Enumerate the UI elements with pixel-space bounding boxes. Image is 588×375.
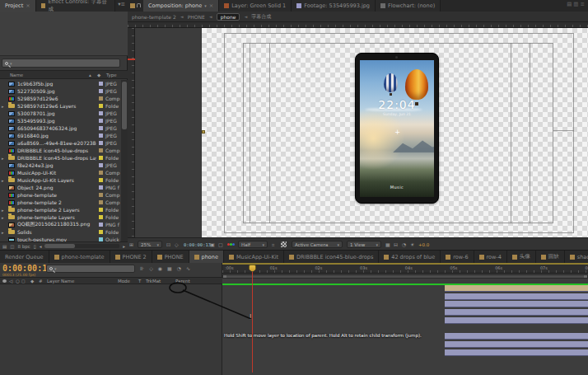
timeline-tab-phone[interactable]: phone: [189, 251, 224, 263]
project-item-row[interactable]: phone-templateComp: [0, 191, 121, 199]
ruler-guide-marker[interactable]: [128, 59, 135, 60]
timeline-tab-musicapp-ui-kit[interactable]: MusicApp-Ui-Kit: [224, 251, 284, 263]
expand-arrow-icon[interactable]: ▸: [2, 230, 6, 235]
project-item-row[interactable]: ▸DRIBBBLE icon45-blue-drops LayersFolde: [0, 154, 121, 162]
exposure-icon[interactable]: ☀: [410, 241, 414, 248]
project-item-row[interactable]: 6650946837406324.jpgJPEG: [0, 124, 121, 132]
lock-column-icon[interactable]: ◻: [21, 279, 26, 284]
breadcrumb-item[interactable]: 字幕合成: [251, 13, 271, 21]
tab-layer-green-solid[interactable]: Layer: Green Solid 1: [219, 0, 292, 12]
project-hscrollbar[interactable]: [44, 244, 119, 248]
transparency-grid-toggle-icon[interactable]: [281, 241, 287, 247]
project-item-row[interactable]: phone-template 2Comp: [0, 199, 121, 206]
label-color-swatch[interactable]: [99, 104, 103, 108]
timeline-tab-phone-2[interactable]: PHONE 2: [110, 251, 152, 263]
label-color-swatch[interactable]: [99, 119, 103, 123]
panel-lock-icon[interactable]: [128, 0, 143, 12]
timeline-tab-phone[interactable]: PHONE: [152, 251, 189, 263]
timeline-timecode[interactable]: 0:00:00:13: [2, 264, 52, 273]
project-item-row[interactable]: 6916840.jpgJPEG: [0, 132, 121, 139]
exposure-value[interactable]: +0.0: [418, 242, 429, 247]
project-item-row[interactable]: Object_24.pngPNG f: [0, 184, 121, 191]
project-item-row[interactable]: a6a8569...-49e4-81ee-e207238deca4.jpgJPE…: [0, 139, 121, 147]
label-color-swatch[interactable]: [99, 134, 103, 138]
column-header-type[interactable]: Type: [106, 73, 117, 77]
project-item-row[interactable]: MusicApp-Ui-KitComp: [0, 169, 121, 176]
tab-project[interactable]: Project×: [0, 0, 36, 12]
timeline-tab-render-queue[interactable]: Render Queue: [0, 251, 49, 263]
layer-duration-bar[interactable]: [445, 293, 588, 300]
label-color-swatch[interactable]: [99, 111, 103, 115]
layer-duration-bar[interactable]: [445, 341, 588, 348]
timeline-tab-dribbble-icon45-blue-drops[interactable]: DRIBBBLE icon45-blue-drops: [284, 251, 379, 263]
new-folder-icon[interactable]: ◫: [10, 244, 14, 249]
show-snapshot-icon[interactable]: ▢: [218, 241, 223, 248]
view-layout-select[interactable]: 1 View▾: [347, 241, 381, 248]
interpret-footage-icon[interactable]: ▤: [2, 244, 7, 249]
motion-blur-icon[interactable]: ◔: [177, 265, 181, 271]
tab-footage[interactable]: Footage: 535495993.jpg: [292, 0, 376, 12]
audio-column-icon[interactable]: ◁: [9, 279, 12, 284]
magnification-select[interactable]: 25%▾: [138, 241, 162, 248]
video-column-icon[interactable]: [2, 279, 7, 283]
expand-arrow-icon[interactable]: ▸: [2, 178, 6, 183]
switches-column-icon[interactable]: ◆: [30, 279, 34, 284]
timeline-search-input[interactable]: ▾: [46, 265, 135, 273]
graph-editor-icon[interactable]: ∿: [186, 265, 190, 271]
timeline-tab-phone-template[interactable]: phone-template: [49, 251, 110, 263]
expand-arrow-icon[interactable]: ▸: [2, 104, 6, 109]
project-item-row[interactable]: 522730509.jpgJPEG: [0, 87, 121, 95]
expand-arrow-icon[interactable]: ▸: [2, 215, 6, 220]
draft-3d-icon[interactable]: ◇: [149, 265, 153, 271]
composition-miniflow-icon[interactable]: ⊪: [140, 265, 144, 271]
solo-column-icon[interactable]: ○: [16, 279, 20, 284]
choose-grid-icon[interactable]: ⊡: [166, 241, 170, 248]
region-of-interest-icon[interactable]: ⊞: [129, 241, 133, 248]
project-item-row[interactable]: f8e2424e3.jpgJPEG: [0, 162, 121, 169]
label-color-swatch[interactable]: [99, 141, 103, 145]
panel-menu-icon[interactable]: ▾≡: [115, 0, 128, 12]
column-header-mode[interactable]: Mode: [118, 279, 130, 284]
label-color-swatch[interactable]: [99, 126, 103, 130]
project-item-row[interactable]: ▸MusicApp-Ui-Kit LayersFolde: [0, 176, 121, 184]
anchor-point-marker[interactable]: [202, 130, 205, 134]
layer-duration-bar[interactable]: [445, 309, 588, 316]
column-header-name[interactable]: Name: [10, 73, 23, 77]
hscroll-right-icon[interactable]: ▸: [123, 244, 125, 249]
project-scrollbar[interactable]: [121, 80, 128, 241]
project-item-row[interactable]: 530078701.jpgJPEG: [0, 110, 121, 117]
work-area-bar[interactable]: [222, 274, 588, 279]
time-ruler[interactable]: :00s01s02s03s04s05s06s07s08s: [222, 265, 588, 274]
layer-duration-bar[interactable]: [445, 285, 588, 292]
label-color-swatch[interactable]: [99, 230, 103, 234]
label-color-swatch[interactable]: [99, 185, 103, 190]
roi-icon[interactable]: ⌗: [272, 241, 274, 248]
label-color-swatch[interactable]: [99, 208, 103, 212]
snapshot-camera-icon[interactable]: ▣: [210, 241, 215, 248]
hscroll-left-icon[interactable]: ◂: [40, 244, 42, 249]
label-color-swatch[interactable]: [99, 178, 103, 182]
project-item-row[interactable]: QQ截图20150621180315.pngPNG f: [0, 221, 121, 228]
label-color-swatch[interactable]: [99, 156, 103, 160]
project-item-row[interactable]: ▸SolidsFolde: [0, 228, 121, 236]
label-color-swatch[interactable]: [99, 82, 103, 86]
column-header-t[interactable]: T: [138, 279, 141, 284]
work-area-start-handle[interactable]: [223, 275, 226, 278]
project-item-row[interactable]: touch-gestures.movQuick: [0, 236, 121, 241]
label-color-swatch[interactable]: [99, 96, 103, 101]
pixel-aspect-icon[interactable]: ⊟: [394, 241, 398, 248]
chevron-down-icon[interactable]: ▾: [204, 3, 207, 8]
project-item-row[interactable]: 5298597d129e6Comp: [0, 95, 121, 102]
layer-duration-bar[interactable]: [445, 301, 588, 307]
timeline-tab-row-6[interactable]: row-6: [441, 251, 474, 263]
hide-shy-icon[interactable]: ◉: [158, 265, 162, 271]
mask-visibility-icon[interactable]: ◇: [175, 241, 179, 248]
timeline-tab-头像[interactable]: 头像: [507, 251, 536, 263]
layer-duration-bar[interactable]: [445, 317, 588, 324]
label-color-swatch[interactable]: [99, 215, 103, 219]
grid-icon[interactable]: ▦: [385, 241, 390, 248]
column-header-trkmat[interactable]: TrkMat: [146, 279, 161, 284]
project-item-row[interactable]: 1c9b63f5b.jpgJPEG: [0, 80, 121, 87]
project-item-row[interactable]: 535495993.jpgJPEG: [0, 117, 121, 124]
breadcrumb-item[interactable]: phone-template 2: [132, 14, 176, 20]
